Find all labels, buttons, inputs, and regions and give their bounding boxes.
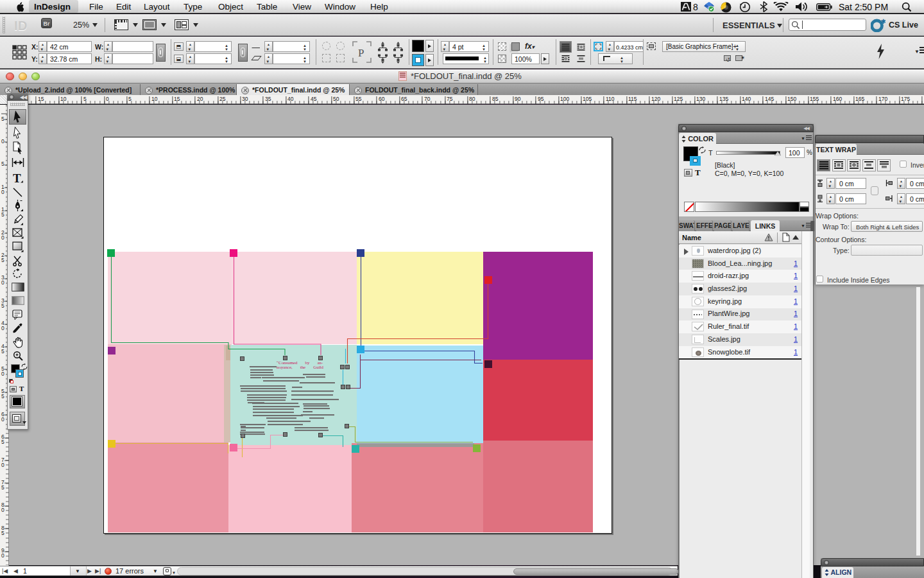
svg-text:✱: ✱ — [881, 19, 886, 25]
svg-text:T: T — [13, 172, 21, 184]
svg-text:P: P — [358, 47, 364, 59]
